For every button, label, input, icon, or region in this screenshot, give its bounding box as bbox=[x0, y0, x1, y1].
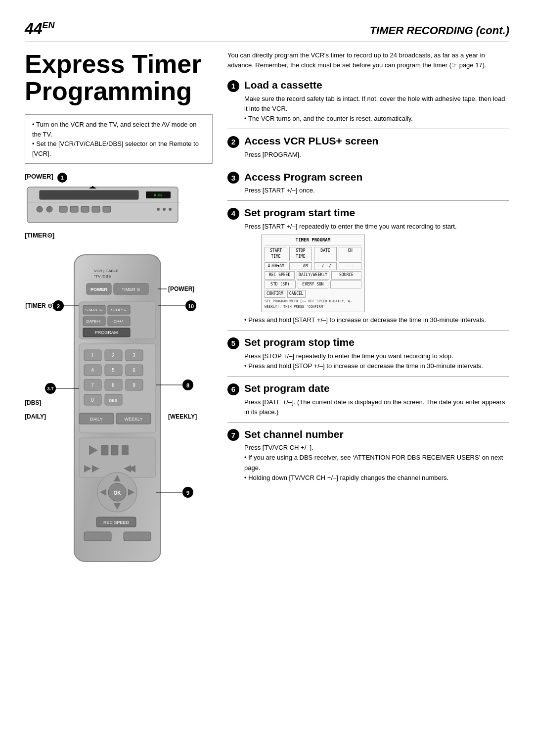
step-3-body-text: Press [START +/–] once. bbox=[244, 186, 509, 195]
step-3-number: 3 bbox=[227, 172, 239, 184]
step-6-body-text: Press [DATE +/–]. (The current date is d… bbox=[244, 397, 509, 417]
cancel-button-screen: CANCEL bbox=[287, 290, 306, 298]
step-5-number: 5 bbox=[227, 337, 239, 349]
remote-daily-label: [DAILY] bbox=[25, 413, 46, 420]
step-4-bullets: Press and hold [START +/–] to increase o… bbox=[244, 315, 509, 325]
step-5-bullet-1: Press and hold [STOP +/–] to increase or… bbox=[244, 361, 509, 371]
step-5: 5 Set program stop time Press [STOP +/–]… bbox=[227, 336, 509, 377]
step-7-bullet-1: If you are using a DBS receiver, see ‘AT… bbox=[244, 453, 509, 472]
timer-cell-source-val bbox=[330, 281, 361, 288]
vcr-device-svg: 0:00 bbox=[25, 185, 183, 227]
step-2-body: Press [PROGRAM]. bbox=[227, 150, 509, 160]
step-6-header: 6 Set program date bbox=[227, 382, 509, 395]
page-number-text: 44 bbox=[25, 20, 43, 38]
svg-rect-10 bbox=[81, 206, 89, 212]
svg-rect-1 bbox=[40, 190, 138, 199]
content-columns: Express Timer Programming Turn on the VC… bbox=[25, 50, 509, 581]
timer-cell-ch-val: --- bbox=[339, 262, 361, 270]
step-1: 1 Load a cassette Make sure the record s… bbox=[227, 79, 509, 129]
step-4-number: 4 bbox=[227, 208, 239, 220]
step-3-title: Access Program screen bbox=[244, 171, 362, 183]
header-title: TIMER RECORDING (cont.) bbox=[370, 24, 509, 37]
step-1-title: Load a cassette bbox=[244, 79, 322, 91]
timer-screen-diagram: TIMER PROGRAM START TIME STOP TIME DATE … bbox=[261, 235, 365, 312]
left-column: Express Timer Programming Turn on the VC… bbox=[25, 50, 213, 581]
svg-point-15 bbox=[169, 208, 172, 211]
svg-point-14 bbox=[163, 208, 166, 211]
svg-point-13 bbox=[157, 208, 160, 211]
svg-rect-11 bbox=[92, 206, 100, 212]
svg-text:8: 8 bbox=[186, 382, 189, 388]
instruction-box: Turn on the VCR and the TV, and select t… bbox=[25, 114, 213, 164]
step-5-title: Set program stop time bbox=[244, 336, 355, 348]
timer-screen-row1-labels: START TIME STOP TIME DATE CH bbox=[265, 247, 361, 261]
main-title-line1: Express Timer bbox=[25, 50, 213, 78]
step-1-bullet-1: The VCR turns on, and the counter is res… bbox=[244, 114, 509, 124]
step-7-header: 7 Set channel number bbox=[227, 428, 509, 441]
step-4: 4 Set program start time Press [START +/… bbox=[227, 207, 509, 331]
step-3-header: 3 Access Program screen bbox=[227, 171, 509, 184]
timer-cell-date-label: DATE bbox=[314, 247, 337, 261]
page-superscript: EN bbox=[43, 20, 55, 30]
timer-cell-recspeed-val: STD (SP) bbox=[265, 281, 296, 288]
step-5-bullets: Press and hold [STOP +/–] to increase or… bbox=[244, 361, 509, 371]
timer-cell-start-val: 4:00▼AM bbox=[265, 262, 287, 270]
step-7: 7 Set channel number Press [TV/VCR CH +/… bbox=[227, 428, 509, 488]
instruction-list: Turn on the VCR and the TV, and select t… bbox=[32, 120, 205, 158]
step-4-body: Press [START +/–] repeatedly to enter th… bbox=[227, 222, 509, 325]
main-title: Express Timer Programming bbox=[25, 50, 213, 104]
step-4-bullet-1: Press and hold [START +/–] to increase o… bbox=[244, 315, 509, 325]
step-1-header: 1 Load a cassette bbox=[227, 79, 509, 92]
step-7-body: Press [TV/VCR CH +/–]. If you are using … bbox=[227, 443, 509, 483]
right-column: You can directly program the VCR's timer… bbox=[227, 50, 509, 581]
timer-cell-stop-label: STOP TIME bbox=[289, 247, 312, 261]
timer-cell-source-label: SOURCE bbox=[331, 271, 361, 279]
step-2-title: Access VCR PLUS+ screen bbox=[244, 135, 378, 147]
step-7-number: 7 bbox=[227, 429, 239, 441]
timer-cell-date-val: --/--/- bbox=[314, 262, 337, 270]
timer-cell-start-label: START TIME bbox=[265, 247, 287, 261]
step-4-body-text: Press [START +/–] repeatedly to enter th… bbox=[244, 222, 509, 232]
instruction-item-1: Turn on the VCR and the TV, and select t… bbox=[32, 120, 205, 139]
svg-rect-12 bbox=[103, 206, 111, 212]
step-2: 2 Access VCR PLUS+ screen Press [PROGRAM… bbox=[227, 135, 509, 165]
step-1-body-text: Make sure the record safety tab is intac… bbox=[244, 94, 509, 114]
remote-labels-container: VCR | CABLE *TV /DBS POWER TIMER ⊙ 1 2 bbox=[25, 245, 213, 581]
vcr-area: [POWER] 1 0:00 bbox=[25, 173, 213, 239]
timer-cell-recspeed-label: REC SPEED bbox=[265, 271, 295, 279]
page-container: 44EN TIMER RECORDING (cont.) Express Tim… bbox=[0, 0, 534, 756]
svg-rect-9 bbox=[70, 206, 78, 212]
step-4-title: Set program start time bbox=[244, 207, 355, 219]
page-number: 44EN bbox=[25, 20, 55, 38]
main-title-line2: Programming bbox=[25, 78, 213, 105]
svg-text:2: 2 bbox=[57, 303, 60, 309]
step-6-number: 6 bbox=[227, 383, 239, 395]
timer-screen-row2-vals: STD (SP) EVERY SUN bbox=[265, 281, 361, 288]
timer-screen-row2-labels: REC SPEED DAILY/WEEKLY SOURCE bbox=[265, 271, 361, 279]
step-5-header: 5 Set program stop time bbox=[227, 336, 509, 349]
page-header: 44EN TIMER RECORDING (cont.) bbox=[25, 20, 509, 42]
timer-screen-title: TIMER PROGRAM bbox=[265, 237, 361, 245]
remote-dbs-label: [DBS] bbox=[25, 399, 59, 406]
power-label: [POWER] bbox=[25, 173, 53, 180]
timer-screen-confirm-row: CONFIRM CANCEL bbox=[265, 290, 361, 298]
step-5-body-text: Press [STOP +/–] repeatedly to enter the… bbox=[244, 351, 509, 361]
step-6-title: Set program date bbox=[244, 382, 330, 394]
step-1-bullets: The VCR turns on, and the counter is res… bbox=[244, 114, 509, 124]
step-7-bullets: If you are using a DBS receiver, see ‘AT… bbox=[244, 453, 509, 482]
timer-screen-row1-vals: 4:00▼AM --- AM --/--/- --- bbox=[265, 262, 361, 270]
step-3-body: Press [START +/–] once. bbox=[227, 186, 509, 195]
timer-cell-ch-label: CH bbox=[339, 247, 361, 261]
step-7-bullet-2: Holding down [TV/VCR CH +/–] rapidly cha… bbox=[244, 473, 509, 483]
svg-point-6 bbox=[37, 206, 43, 212]
svg-text:9: 9 bbox=[186, 490, 189, 496]
intro-text: You can directly program the VCR's timer… bbox=[227, 50, 509, 70]
timer-cell-daily-val: EVERY SUN bbox=[298, 281, 329, 288]
step-2-number: 2 bbox=[227, 136, 239, 148]
timer-cell-daily-label: DAILY/WEEKLY bbox=[297, 271, 329, 279]
step-6: 6 Set program date Press [DATE +/–]. (Th… bbox=[227, 382, 509, 423]
svg-text:10: 10 bbox=[188, 303, 194, 309]
step-4-header: 4 Set program start time bbox=[227, 207, 509, 220]
timer-label: [TIMER⊙] bbox=[25, 232, 213, 239]
svg-rect-8 bbox=[59, 206, 67, 212]
